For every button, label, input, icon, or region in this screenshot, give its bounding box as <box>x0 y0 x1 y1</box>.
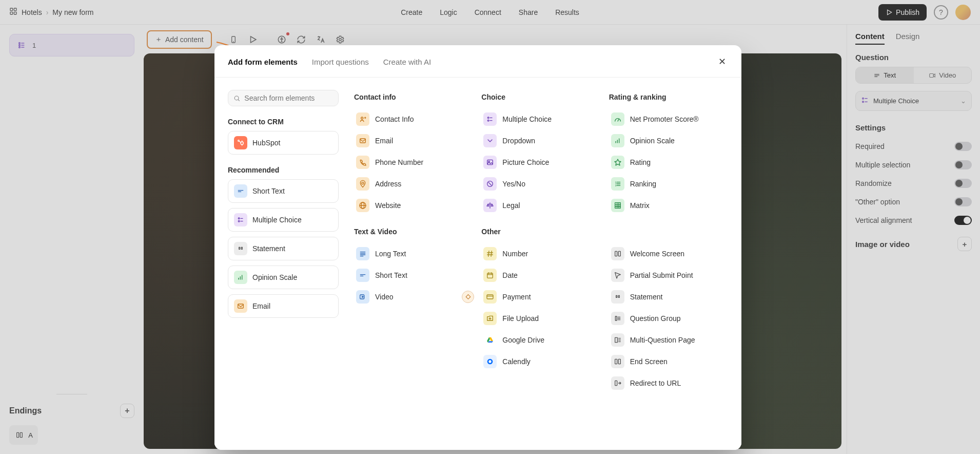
end-screen-icon <box>611 355 624 368</box>
group-rating: Rating & ranking <box>609 90 731 107</box>
el-welcome[interactable]: Welcome Screen <box>609 244 731 263</box>
welcome-icon <box>611 247 624 260</box>
svg-line-29 <box>238 99 240 101</box>
el-legal[interactable]: Legal <box>481 196 603 215</box>
el-long-text[interactable]: Long Text <box>354 244 476 263</box>
el-multi-question[interactable]: Multi-Question Page <box>609 330 731 350</box>
multi-question-icon <box>611 333 624 347</box>
el-google-drive[interactable]: Google Drive <box>481 330 603 350</box>
modal-close-button[interactable]: ✕ <box>716 55 728 68</box>
search-input[interactable] <box>244 94 333 102</box>
svg-marker-59 <box>615 159 621 165</box>
el-matrix[interactable]: Matrix <box>609 196 731 215</box>
el-short-text[interactable]: Short Text <box>354 266 476 285</box>
svg-rect-89 <box>487 273 493 278</box>
el-website[interactable]: Website <box>354 196 476 215</box>
group-other: Other <box>481 224 603 242</box>
rec-short-text[interactable]: Short Text <box>228 179 339 203</box>
el-contact-info[interactable]: Contact Info <box>354 109 476 129</box>
svg-line-62 <box>489 182 492 185</box>
rec-multiple-choice[interactable]: Multiple Choice <box>228 208 339 232</box>
svg-marker-95 <box>362 296 364 298</box>
recommended-title: Recommended <box>228 166 339 174</box>
calendly-icon <box>483 355 497 368</box>
svg-point-28 <box>234 96 239 100</box>
date-icon <box>483 269 497 282</box>
el-email[interactable]: Email <box>354 131 476 150</box>
el-picture-choice[interactable]: Picture Choice <box>481 153 603 172</box>
svg-rect-57 <box>487 160 493 164</box>
rec-opinion-scale[interactable]: Opinion Scale <box>228 266 339 289</box>
el-phone[interactable]: Phone Number <box>354 153 476 172</box>
svg-point-45 <box>361 117 363 119</box>
el-date[interactable]: Date <box>481 266 603 285</box>
group-text-video: Text & Video <box>354 224 476 242</box>
group-choice: Choice <box>481 90 603 107</box>
el-question-group[interactable]: Question Group <box>609 309 731 328</box>
svg-rect-112 <box>618 359 620 364</box>
file-upload-icon <box>483 312 497 325</box>
search-form-elements[interactable] <box>228 90 339 106</box>
svg-rect-96 <box>487 295 493 299</box>
email-icon <box>234 299 247 313</box>
ranking-icon: 123 <box>611 177 624 191</box>
rating-icon <box>611 156 624 169</box>
crm-hubspot[interactable]: HubSpot <box>228 131 339 155</box>
modal-elements-grid: Contact info Choice Rating & ranking Con… <box>354 90 731 438</box>
el-opinion-scale[interactable]: Opinion Scale <box>609 131 731 150</box>
modal-left-column: Connect to CRM HubSpot Recommended Short… <box>228 90 339 438</box>
el-multiple-choice[interactable]: Multiple Choice <box>481 109 603 129</box>
el-partial-submit[interactable]: Partial Submit Point <box>609 266 731 285</box>
multiple-choice-icon <box>234 213 247 226</box>
svg-point-50 <box>488 120 489 121</box>
hubspot-icon <box>234 136 247 149</box>
svg-line-82 <box>491 251 492 257</box>
el-redirect[interactable]: Redirect to URL <box>609 373 731 393</box>
website-icon <box>356 199 369 212</box>
matrix-icon <box>611 199 624 212</box>
group-contact-info: Contact info <box>354 90 476 107</box>
picture-choice-icon <box>483 156 497 169</box>
rec-statement[interactable]: Statement <box>228 237 339 260</box>
el-payment[interactable]: Payment <box>481 287 603 307</box>
short-text-icon <box>234 184 247 198</box>
el-statement[interactable]: Statement <box>609 287 731 307</box>
long-text-icon <box>356 247 369 260</box>
statement-icon <box>234 242 247 255</box>
svg-line-52 <box>618 119 619 121</box>
statement-icon <box>611 290 624 304</box>
el-dropdown[interactable]: Dropdown <box>481 131 603 150</box>
legal-icon <box>483 199 497 212</box>
svg-text:3: 3 <box>615 184 616 187</box>
multiple-choice-icon <box>483 112 497 126</box>
el-yesno[interactable]: Yes/No <box>481 174 603 194</box>
el-calendly[interactable]: Calendly <box>481 352 603 371</box>
opinion-scale-icon <box>611 134 624 147</box>
el-address[interactable]: Address <box>354 174 476 194</box>
el-rating[interactable]: Rating <box>609 153 731 172</box>
opinion-scale-icon <box>234 271 247 284</box>
contact-info-icon <box>356 112 369 126</box>
el-end-screen[interactable]: End Screen <box>609 352 731 371</box>
el-number[interactable]: Number <box>481 244 603 263</box>
modal-tab-ai[interactable]: Create with AI <box>383 58 431 66</box>
rec-email[interactable]: Email <box>228 294 339 318</box>
add-element-modal: Add form elements Import questions Creat… <box>214 45 741 450</box>
number-icon <box>483 247 497 260</box>
premium-badge-icon <box>462 291 474 303</box>
modal-tab-add[interactable]: Add form elements <box>228 58 298 66</box>
svg-rect-85 <box>615 251 617 256</box>
connect-crm-title: Connect to CRM <box>228 118 339 126</box>
svg-point-39 <box>238 220 240 222</box>
dropdown-icon <box>483 134 497 147</box>
el-nps[interactable]: Net Promoter Score® <box>609 109 731 129</box>
el-ranking[interactable]: 123Ranking <box>609 174 731 194</box>
question-group-icon <box>611 312 624 325</box>
short-text-icon <box>356 269 369 282</box>
address-icon <box>356 177 369 191</box>
partial-submit-icon <box>611 269 624 282</box>
modal-tab-import[interactable]: Import questions <box>312 58 369 66</box>
el-file-upload[interactable]: File Upload <box>481 309 603 328</box>
svg-rect-113 <box>615 381 617 385</box>
el-video[interactable]: Video <box>354 287 476 307</box>
